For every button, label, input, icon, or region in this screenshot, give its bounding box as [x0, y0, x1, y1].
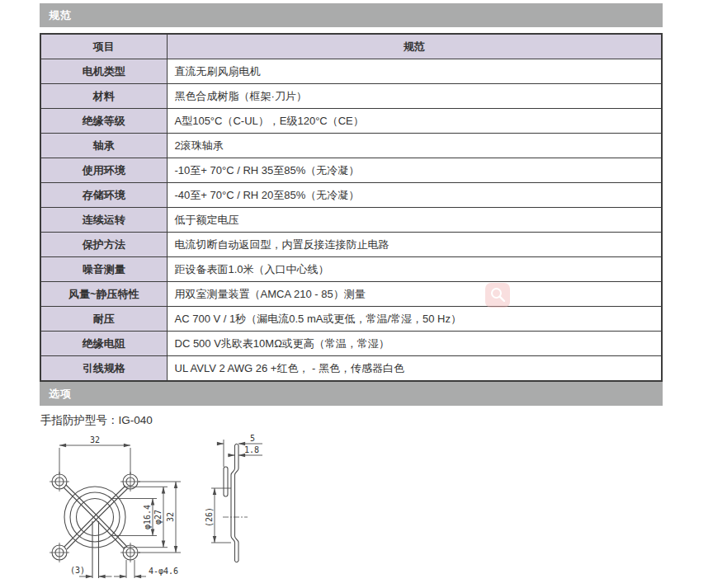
- dim-label-depth: 5: [250, 434, 255, 443]
- row-value: 直流无刷风扇电机: [167, 59, 662, 84]
- row-value: UL AVLV 2 AWG 26 +红色， - 黑色，传感器白色: [167, 356, 662, 382]
- corner-ring: [120, 472, 140, 492]
- dim-front-width: 32: [59, 435, 130, 475]
- table-row: 风量~静压特性 用双室测量装置（AMCA 210 - 85）测量: [40, 282, 662, 307]
- row-label: 引线规格: [40, 356, 167, 382]
- corner-rings: [50, 472, 140, 562]
- table-row: 绝缘电阻 DC 500 V兆欧表10MΩ或更高（常温，常湿）: [40, 332, 662, 356]
- dim-label-front-width: 32: [90, 435, 100, 445]
- row-value: A型105°C（C-UL），E级120°C（CE）: [167, 109, 662, 134]
- row-value: 用双室测量装置（AMCA 210 - 85）测量: [167, 282, 662, 307]
- table-row: 噪音测量 距设备表面1.0米（入口中心线）: [40, 257, 662, 282]
- row-label: 使用环境: [40, 158, 167, 183]
- dim-label-thickness: 1.8: [244, 445, 259, 454]
- side-view: 5 1.8 (26): [205, 434, 262, 562]
- table-row: 材料 黑色合成树脂（框架·刀片）: [40, 84, 662, 109]
- row-value: 电流切断自动返回型，内置反接连接防止电路: [167, 233, 662, 257]
- finger-guard-drawing: 32 φ16.4 φ27 32: [40, 433, 281, 588]
- row-value: 黑色合成树脂（框架·刀片）: [167, 84, 662, 109]
- table-row: 保护方法 电流切断自动返回型，内置反接连接防止电路: [40, 233, 662, 257]
- table-row: 电机类型 直流无刷风扇电机: [40, 59, 662, 84]
- finger-guard-model-label: 手指防护型号：IG-040: [40, 413, 153, 428]
- row-label: 轴承: [40, 134, 167, 158]
- dim-label-front-height: 32: [166, 512, 175, 522]
- row-label: 连续运转: [40, 208, 167, 233]
- dim-wire-gap: (3): [70, 566, 112, 576]
- table-row: 连续运转 低于额定电压: [40, 208, 662, 233]
- row-label: 材料: [40, 84, 167, 109]
- front-view: 32 φ16.4 φ27 32: [50, 435, 181, 579]
- row-label: 电机类型: [40, 59, 167, 84]
- guard-circles: [64, 487, 125, 548]
- table-header-row: 项目 规范: [40, 34, 662, 59]
- dim-label-outer-circle: φ27: [153, 510, 163, 524]
- dim-mount-holes: 4-φ4.6: [114, 560, 178, 578]
- corner-ring: [50, 472, 69, 492]
- row-label: 绝缘等级: [40, 109, 167, 134]
- table-row: 存储环境 -40至+ 70°C / RH 20至85%（无冷凝）: [40, 183, 662, 208]
- table-row: 引线规格 UL AVLV 2 AWG 26 +红色， - 黑色，传感器白色: [40, 356, 662, 382]
- row-value: 距设备表面1.0米（入口中心线）: [167, 257, 662, 282]
- row-label: 存储环境: [40, 183, 167, 208]
- row-value: -40至+ 70°C / RH 20至85%（无冷凝）: [167, 183, 662, 208]
- row-label: 保护方法: [40, 233, 167, 257]
- dim-label-side-height: (26): [205, 507, 214, 527]
- zoom-button[interactable]: [485, 283, 510, 308]
- corner-ring: [120, 543, 140, 562]
- row-label: 噪音测量: [40, 257, 167, 282]
- dim-label-wire-gap: (3): [70, 566, 85, 575]
- dim-thickness: 1.8: [229, 445, 263, 460]
- table-row: 绝缘等级 A型105°C（C-UL），E级120°C（CE）: [40, 109, 662, 134]
- row-value: AC 700 V / 1秒（漏电流0.5 mA或更低，常温/常湿，50 Hz）: [167, 307, 662, 332]
- corner-ring: [50, 543, 69, 562]
- table-row: 耐压 AC 700 V / 1秒（漏电流0.5 mA或更低，常温/常湿，50 H…: [40, 307, 662, 332]
- spec-table: 项目 规范 电机类型 直流无刷风扇电机 材料 黑色合成树脂（框架·刀片） 绝缘等…: [40, 33, 663, 382]
- section-header-specs: 规范: [40, 3, 663, 27]
- section-header-options: 选项: [40, 382, 663, 406]
- col-header-spec: 规范: [167, 34, 662, 59]
- side-profile: [223, 444, 248, 562]
- row-label: 耐压: [40, 307, 167, 332]
- table-row: 使用环境 -10至+ 70°C / RH 35至85%（无冷凝）: [40, 158, 662, 183]
- spec-page: 规范 项目 规范 电机类型 直流无刷风扇电机 材料 黑色合成树脂（框架·刀片） …: [0, 0, 727, 588]
- dim-inner-circle: φ16.4: [112, 499, 157, 536]
- magnifier-icon: [485, 283, 510, 308]
- table-row: 轴承 2滚珠轴承: [40, 134, 662, 158]
- row-value: 2滚珠轴承: [167, 134, 662, 158]
- dim-label-mount-holes: 4-φ4.6: [149, 567, 178, 576]
- col-header-item: 项目: [40, 34, 167, 59]
- dim-label-inner-circle: φ16.4: [143, 505, 152, 529]
- row-value: 低于额定电压: [167, 208, 662, 233]
- row-label: 绝缘电阻: [40, 332, 167, 356]
- row-value: DC 500 V兆欧表10MΩ或更高（常温，常湿）: [167, 332, 662, 356]
- row-value: -10至+ 70°C / RH 35至85%（无冷凝）: [167, 158, 662, 183]
- row-label: 风量~静压特性: [40, 282, 167, 307]
